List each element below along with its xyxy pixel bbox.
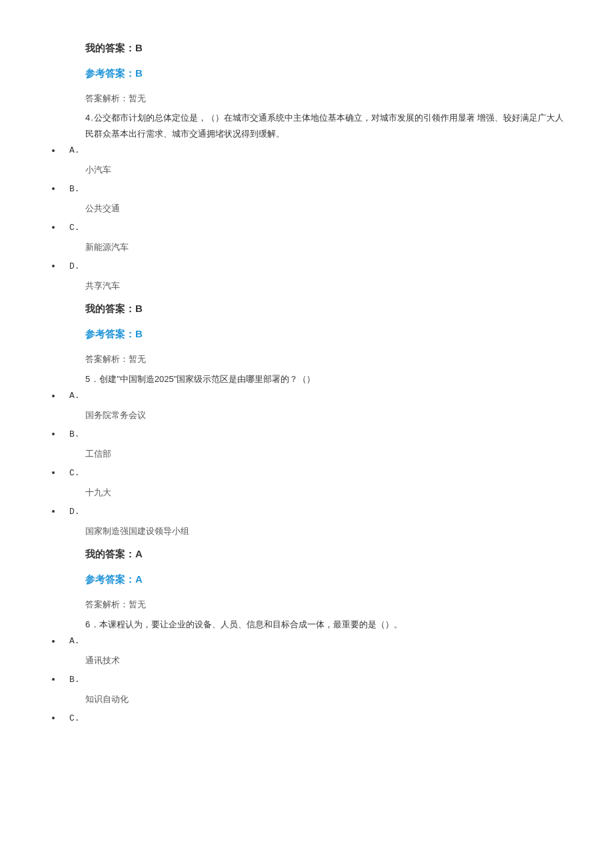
- list-item: A. 小汽车: [0, 145, 613, 177]
- question-number: 4.: [85, 113, 94, 123]
- my-answer: 我的答案：A: [85, 546, 566, 562]
- option-letter: B.: [69, 184, 80, 194]
- option-letter: B.: [69, 675, 80, 685]
- option-text: 共享汽车: [85, 279, 613, 293]
- option-letter: C.: [69, 223, 80, 233]
- bullet-icon: [52, 471, 55, 474]
- bullet-icon: [52, 265, 55, 267]
- my-answer-label: 我的答案：: [85, 42, 135, 53]
- options-list: A. 通讯技术 B. 知识自动化 C.: [0, 636, 613, 723]
- option-letter: A.: [69, 391, 80, 401]
- reference-answer-label: 参考答案：: [85, 67, 135, 79]
- option-text: 新能源汽车: [85, 241, 613, 255]
- question-text: 4.公交都市计划的总体定位是，（）在城市交通系统中主体地位基本确立，对城市发展的…: [85, 110, 566, 141]
- question-text: 6．本课程认为，要让企业的设备、人员、信息和目标合成一体，最重要的是（）。: [85, 617, 566, 632]
- option-letter: A.: [69, 636, 80, 646]
- document-content: 我的答案：B 参考答案：B 答案解析：暂无 4.公交都市计划的总体定位是，（）在…: [0, 0, 613, 751]
- reference-answer: 参考答案：A: [85, 571, 566, 587]
- list-item: C. 新能源汽车: [0, 223, 613, 255]
- option-text: 知识自动化: [85, 693, 613, 707]
- my-answer-label: 我的答案：: [85, 548, 135, 559]
- question-body: 公交都市计划的总体定位是，（）在城市交通系统中主体地位基本确立，对城市发展的引领…: [85, 113, 564, 138]
- bullet-icon: [52, 510, 55, 513]
- bullet-icon: [52, 717, 55, 719]
- my-answer: 我的答案：B: [85, 40, 566, 56]
- option-text: 工信部: [85, 447, 613, 461]
- option-text: 国家制造强国建设领导小组: [85, 525, 613, 539]
- list-item: B. 知识自动化: [0, 675, 613, 707]
- option-text: 公共交通: [85, 202, 613, 216]
- bullet-icon: [52, 433, 55, 435]
- bullet-icon: [52, 187, 55, 190]
- list-item: D. 共享汽车: [0, 261, 613, 293]
- my-answer-value: B: [135, 303, 143, 314]
- reference-answer-value: B: [135, 328, 143, 339]
- option-letter: C.: [69, 713, 80, 723]
- option-letter: B.: [69, 429, 80, 439]
- list-item: A. 国务院常务会议: [0, 391, 613, 423]
- reference-answer-value: B: [135, 67, 143, 79]
- question-text: 5．创建"中国制造2025"国家级示范区是由哪里部署的？（）: [85, 371, 566, 387]
- question-body: ．本课程认为，要让企业的设备、人员、信息和目标合成一体，最重要的是（）。: [91, 619, 402, 629]
- my-answer-label: 我的答案：: [85, 303, 135, 314]
- question-number: 6: [85, 619, 91, 629]
- answer-analysis: 答案解析：暂无: [85, 597, 566, 612]
- list-item: B. 公共交通: [0, 184, 613, 216]
- option-letter: D.: [69, 261, 80, 271]
- bullet-icon: [52, 226, 55, 229]
- my-answer: 我的答案：B: [85, 301, 566, 317]
- list-item: A. 通讯技术: [0, 636, 613, 668]
- bullet-icon: [52, 395, 55, 397]
- list-item: C. 十九大: [0, 468, 613, 500]
- my-answer-value: B: [135, 42, 143, 53]
- options-list: A. 国务院常务会议 B. 工信部 C. 十九大 D. 国家制造强国建设领导小组: [0, 391, 613, 538]
- reference-answer-label: 参考答案：: [85, 328, 135, 339]
- option-text: 小汽车: [85, 163, 613, 177]
- question-body: ．创建"中国制造2025"国家级示范区是由哪里部署的？（）: [91, 374, 315, 384]
- reference-answer: 参考答案：B: [85, 326, 566, 342]
- bullet-icon: [52, 678, 55, 681]
- option-letter: D.: [69, 507, 80, 517]
- reference-answer-label: 参考答案：: [85, 573, 135, 585]
- list-item: B. 工信部: [0, 429, 613, 461]
- option-text: 通讯技术: [85, 654, 613, 668]
- options-list: A. 小汽车 B. 公共交通 C. 新能源汽车 D. 共享汽车: [0, 145, 613, 293]
- question-number: 5: [85, 374, 91, 384]
- option-text: 国务院常务会议: [85, 409, 613, 423]
- bullet-icon: [52, 149, 55, 152]
- my-answer-value: A: [135, 548, 143, 559]
- bullet-icon: [52, 640, 55, 643]
- list-item: C.: [0, 713, 613, 723]
- option-text: 十九大: [85, 486, 613, 500]
- answer-analysis: 答案解析：暂无: [85, 351, 566, 367]
- reference-answer: 参考答案：B: [85, 65, 566, 81]
- reference-answer-value: A: [135, 573, 143, 585]
- option-letter: A.: [69, 145, 80, 155]
- answer-analysis: 答案解析：暂无: [85, 91, 566, 106]
- option-letter: C.: [69, 468, 80, 478]
- list-item: D. 国家制造强国建设领导小组: [0, 507, 613, 539]
